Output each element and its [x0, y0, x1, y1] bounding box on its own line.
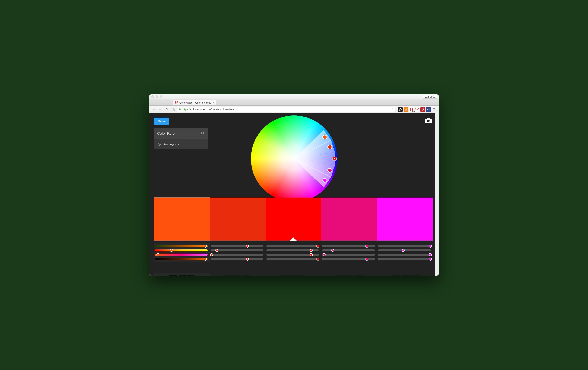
- slider-track[interactable]: [378, 258, 431, 260]
- slider-track[interactable]: [210, 245, 263, 247]
- back-button[interactable]: ←: [151, 107, 156, 112]
- rgb-value[interactable]: 255: [169, 275, 177, 276]
- wheel-marker[interactable]: [332, 156, 337, 161]
- adobe-favicon-icon: [175, 101, 178, 104]
- browser-tab[interactable]: Color wheel | Color scheme ×: [173, 100, 216, 105]
- rgb-value[interactable]: 83: [179, 275, 186, 276]
- slider-track[interactable]: [155, 254, 208, 256]
- zoom-window-icon[interactable]: [160, 95, 162, 98]
- slider-thumb[interactable]: [310, 249, 313, 252]
- reload-button[interactable]: ↻: [164, 107, 169, 112]
- close-window-icon[interactable]: [151, 95, 154, 98]
- rgb-value[interactable]: 12: [346, 275, 353, 276]
- tab-close-icon[interactable]: ×: [213, 101, 214, 104]
- slider-thumb[interactable]: [331, 249, 334, 252]
- slider-thumb[interactable]: [310, 253, 313, 256]
- minimize-window-icon[interactable]: [156, 95, 158, 98]
- rgb-value[interactable]: 13: [402, 275, 409, 276]
- chevron-down-icon: [201, 131, 204, 136]
- rgb-value[interactable]: 255: [392, 275, 400, 276]
- svg-rect-4: [405, 109, 406, 110]
- rgb-value[interactable]: 122: [355, 275, 363, 276]
- slider-track[interactable]: [210, 249, 263, 251]
- home-button[interactable]: [171, 107, 176, 112]
- slider-thumb[interactable]: [429, 253, 432, 256]
- extension-pinterest-icon[interactable]: [420, 107, 425, 112]
- svg-marker-2: [176, 102, 177, 104]
- rgb-value[interactable]: 0: [299, 275, 305, 276]
- slider-track[interactable]: [266, 245, 319, 247]
- slider-track[interactable]: [266, 254, 319, 256]
- save-button[interactable]: Save: [154, 118, 169, 125]
- svg-point-8: [411, 108, 412, 111]
- rgb-value[interactable]: 44: [235, 275, 241, 276]
- browser-menu-icon[interactable]: ≡: [432, 107, 437, 112]
- slider-thumb[interactable]: [429, 245, 432, 248]
- wheel-marker[interactable]: [323, 178, 327, 183]
- bookmark-star-icon[interactable]: ☆: [391, 108, 394, 111]
- slider-thumb[interactable]: [365, 258, 368, 261]
- extension-score-icon[interactable]: 100: [426, 107, 431, 112]
- extension-gmail-icon[interactable]: [415, 107, 420, 112]
- scrollbar[interactable]: [435, 113, 439, 276]
- rgb-value[interactable]: 232: [225, 275, 233, 276]
- slider-track[interactable]: [378, 249, 431, 251]
- slider-thumb[interactable]: [429, 258, 432, 261]
- slider-track[interactable]: [155, 245, 208, 247]
- url-path: /create/color-wheel/: [211, 108, 235, 111]
- swatch[interactable]: [265, 197, 321, 241]
- slider-thumb[interactable]: [365, 245, 368, 248]
- slider-track[interactable]: [322, 258, 375, 260]
- color-wheel[interactable]: [251, 116, 337, 202]
- wheel-marker[interactable]: [327, 168, 332, 173]
- slider-track[interactable]: [322, 245, 375, 247]
- traffic-lights[interactable]: [151, 95, 162, 98]
- extension-analytics-icon[interactable]: [404, 107, 408, 112]
- rgb-value[interactable]: 13: [187, 275, 194, 276]
- slider-track[interactable]: [210, 258, 263, 260]
- rgb-value[interactable]: 255: [281, 275, 289, 276]
- swatch[interactable]: [377, 197, 433, 241]
- slider-track[interactable]: [155, 249, 208, 251]
- slider-track[interactable]: [266, 249, 319, 251]
- address-bar[interactable]: https ://color.adobe.com /create/color-w…: [177, 107, 395, 112]
- slider-track[interactable]: [210, 254, 263, 256]
- extension-buffer-icon[interactable]: [398, 107, 403, 112]
- wheel-ray: [292, 140, 335, 165]
- color-rule-option[interactable]: Analogous: [154, 139, 208, 149]
- url-scheme: https: [182, 108, 188, 111]
- slider-thumb[interactable]: [210, 253, 213, 256]
- slider-track[interactable]: [266, 258, 319, 260]
- slider-track[interactable]: [155, 258, 208, 260]
- swatch[interactable]: [210, 197, 265, 241]
- slider-thumb[interactable]: [204, 245, 207, 248]
- slider-thumb[interactable]: [215, 249, 218, 252]
- rgb-value[interactable]: 12: [243, 275, 250, 276]
- color-rule-header[interactable]: Color Rule: [154, 129, 208, 139]
- slider-thumb[interactable]: [204, 258, 207, 261]
- slider-thumb[interactable]: [246, 245, 249, 248]
- slider-thumb[interactable]: [402, 249, 405, 252]
- extension-opera-icon[interactable]: 26: [409, 107, 414, 112]
- slider-track[interactable]: [378, 254, 431, 256]
- slider-track[interactable]: [322, 254, 375, 256]
- slider-thumb[interactable]: [323, 253, 326, 256]
- camera-button[interactable]: [425, 118, 432, 123]
- wheel-marker[interactable]: [327, 145, 332, 149]
- swatch[interactable]: [154, 197, 210, 241]
- profile-badge[interactable]: Laurence: [422, 95, 437, 99]
- slider-column: [265, 243, 321, 262]
- slider-track[interactable]: [378, 245, 431, 247]
- swatch[interactable]: [321, 197, 377, 241]
- slider-track[interactable]: [322, 249, 375, 251]
- slider-thumb[interactable]: [170, 249, 173, 252]
- wheel-marker[interactable]: [323, 135, 327, 140]
- rgb-value[interactable]: 232: [336, 275, 345, 276]
- forward-button[interactable]: →: [158, 107, 163, 112]
- slider-thumb[interactable]: [316, 258, 319, 261]
- rgb-value[interactable]: 0: [291, 275, 297, 276]
- slider-thumb[interactable]: [156, 253, 159, 256]
- rgb-value[interactable]: 255: [411, 275, 419, 276]
- slider-thumb[interactable]: [246, 258, 249, 261]
- slider-thumb[interactable]: [316, 245, 319, 248]
